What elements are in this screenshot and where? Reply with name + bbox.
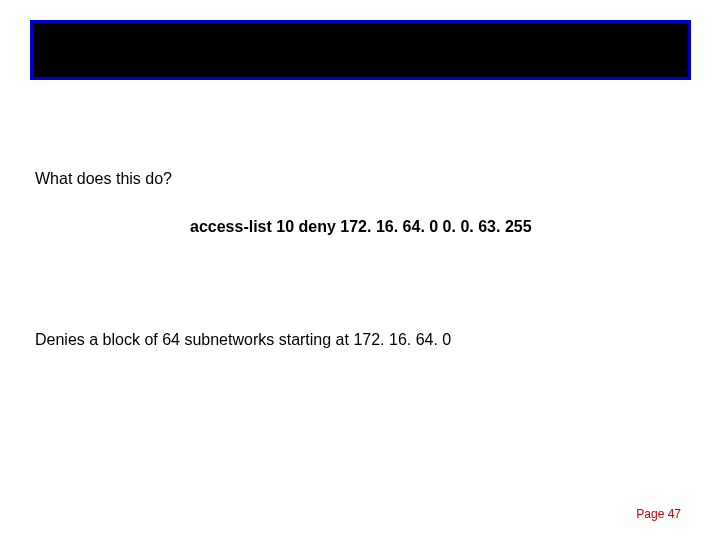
slide-content: What does this do? access-list 10 deny 1… xyxy=(0,120,721,349)
answer-text: Denies a block of 64 subnetworks startin… xyxy=(35,331,686,349)
question-text: What does this do? xyxy=(35,170,686,188)
command-text: access-list 10 deny 172. 16. 64. 0 0. 0.… xyxy=(190,218,686,236)
page-number: Page 47 xyxy=(636,507,681,521)
title-bar xyxy=(30,20,691,80)
